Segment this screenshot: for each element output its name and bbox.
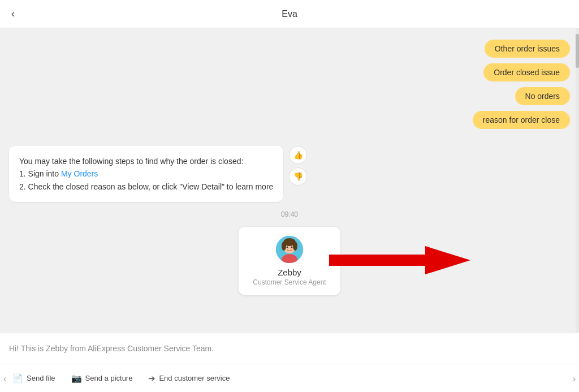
send-picture-button[interactable]: 📷 Send a picture [63,369,141,388]
nav-left-arrow[interactable]: ‹ [3,374,6,384]
header-title: Eva [282,9,297,19]
timestamp: 09:40 [9,210,570,218]
svg-marker-8 [329,246,470,274]
user-bubble-4[interactable]: reason for order close [473,111,570,129]
feedback-icons: 👍 👎 [289,146,307,186]
scrollbar-track [576,28,579,333]
thumbs-down-icon[interactable]: 👎 [289,167,307,186]
bot-message-container: You may take the following steps to find… [9,146,570,202]
send-picture-icon: 📷 [71,373,82,384]
user-bubble-1[interactable]: Other order issues [485,40,570,58]
my-orders-link[interactable]: My Orders [61,169,98,178]
bot-message-bubble: You may take the following steps to find… [9,146,283,202]
send-file-label: Send file [27,374,55,382]
send-file-icon: 📄 [12,373,23,384]
end-service-label: End customer service [159,374,230,382]
user-bubble-3[interactable]: No orders [515,87,570,105]
bot-line1: You may take the following steps to find… [19,157,243,166]
svg-point-7 [291,247,293,248]
end-service-button[interactable]: ➔ End customer service [140,369,237,388]
bot-line3: 2. Check the closed reason as below, or … [19,182,273,191]
message-placeholder: Hi! This is Zebby from AliExpress Custom… [9,344,214,353]
thumbs-up-icon[interactable]: 👍 [289,146,307,164]
svg-point-5 [293,242,297,251]
send-picture-label: Send a picture [85,374,133,382]
bottom-toolbar: ‹ 📄 Send file 📷 Send a picture ➔ End cus… [0,364,579,392]
user-bubble-2[interactable]: Order closed issue [483,63,570,81]
agent-name: Zebby [278,268,301,277]
message-input-area: Hi! This is Zebby from AliExpress Custom… [0,333,579,364]
scrollbar-thumb[interactable] [576,34,579,68]
bot-line2-prefix: 1. Sign into [19,169,61,178]
red-arrow [323,243,470,279]
svg-point-6 [287,247,288,248]
user-bubbles: Other order issues Order closed issue No… [9,40,570,135]
chat-area: Other order issues Order closed issue No… [0,28,579,333]
nav-right-arrow[interactable]: › [573,374,576,384]
end-service-icon: ➔ [148,373,155,384]
send-file-button[interactable]: 📄 Send file [5,369,63,388]
header: ‹ Eva [0,0,579,28]
agent-role: Customer Service Agent [253,278,326,286]
agent-card-container: Zebby Customer Service Agent [9,227,570,295]
svg-point-4 [282,242,286,251]
back-button[interactable]: ‹ [11,8,15,20]
agent-avatar [276,236,303,263]
